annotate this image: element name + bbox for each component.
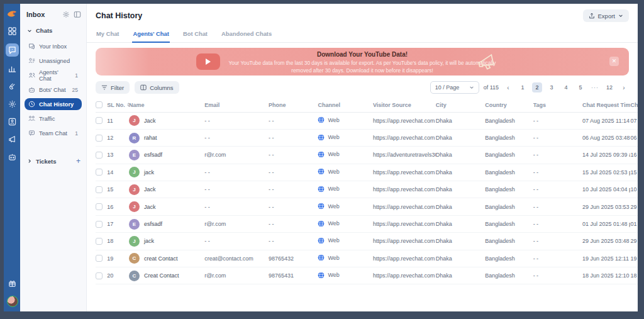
tickets-section-toggle[interactable]: Tickets +: [27, 157, 80, 165]
collapse-panel-icon[interactable]: [73, 10, 81, 18]
web-globe-icon: [318, 134, 325, 141]
tab-my-chat[interactable]: My Chat: [96, 28, 119, 42]
inbox-chat-icon: [28, 43, 35, 50]
add-ticket-button[interactable]: +: [76, 157, 80, 165]
sidebar-item-your-inbox[interactable]: Your Inbox: [25, 40, 82, 52]
prev-page-button[interactable]: ‹: [503, 82, 513, 92]
row-checkbox[interactable]: [96, 272, 103, 279]
next-page-button[interactable]: ›: [619, 82, 629, 92]
history-clock-icon: [28, 101, 35, 108]
banner-title: Download Your YouTube Data!: [96, 51, 629, 58]
web-globe-icon: [318, 116, 325, 123]
settings-icon[interactable]: [7, 99, 18, 109]
page-number[interactable]: 12: [604, 82, 614, 92]
avatar: C: [129, 253, 140, 264]
pagination: 10 / Page of 115 ‹ 1 2 3 4 5 ···: [430, 81, 629, 94]
chats-section-toggle[interactable]: Chats: [27, 27, 82, 34]
avatar: C: [129, 271, 140, 281]
agents-icon: [28, 72, 35, 79]
campaigns-icon[interactable]: [7, 134, 18, 145]
icon-rail: [4, 4, 20, 311]
avatar: J: [129, 201, 140, 212]
page-number[interactable]: 4: [561, 82, 571, 92]
avatar: J: [129, 115, 140, 126]
page-total-label: of 115: [484, 84, 499, 91]
avatar: E: [129, 150, 140, 160]
filter-button[interactable]: Filter: [96, 81, 130, 94]
chevron-right-icon: [27, 159, 32, 164]
web-globe-icon: [318, 186, 325, 193]
avatar: E: [129, 219, 140, 230]
avatar: J: [129, 236, 140, 247]
sidebar-item-traffic[interactable]: Traffic: [25, 113, 82, 125]
tab-abandoned-chats[interactable]: Abandoned Chats: [221, 28, 272, 42]
table-row[interactable]: 19 Ccreat Contact creat@contact.com 9876…: [96, 250, 638, 267]
table-row[interactable]: 17 Eesfsadf r@r.com - - Web https://app.…: [96, 215, 638, 232]
integrations-icon[interactable]: [7, 81, 18, 92]
sidebar-item-agents-chat[interactable]: Agents' Chat 1: [25, 69, 82, 81]
web-globe-icon: [318, 151, 325, 158]
columns-icon: [140, 84, 147, 91]
page-number[interactable]: ···: [590, 82, 600, 92]
avatar: J: [129, 184, 140, 195]
chevron-down-icon: [469, 85, 474, 90]
web-globe-icon: [318, 220, 325, 227]
select-all-checkbox[interactable]: [96, 101, 103, 108]
contacts-icon[interactable]: [7, 116, 18, 127]
table-row[interactable]: 18 Jjack - - - - Web https://app.revecha…: [96, 233, 638, 250]
sidebar-item-team-chat[interactable]: Team Chat 1: [25, 127, 82, 139]
youtube-data-banner: Download Your YouTube Data! Your YouTube…: [96, 48, 629, 76]
app-logo: [7, 8, 18, 19]
row-checkbox[interactable]: [96, 238, 103, 245]
row-checkbox[interactable]: [96, 255, 103, 262]
web-globe-icon: [318, 254, 325, 261]
table-row[interactable]: 20 CCreat Contact r@r.com 98765431 Web h…: [96, 267, 638, 284]
sidebar-item-bots-chat[interactable]: Bots' Chat 25: [25, 84, 82, 96]
page-number[interactable]: 1: [518, 82, 528, 92]
tab-agents-chat[interactable]: Agents' Chat: [132, 28, 169, 43]
chat-icon[interactable]: [6, 43, 19, 57]
table-row[interactable]: 15 JJack - - - - Web https://app.revecha…: [96, 181, 638, 198]
row-checkbox[interactable]: [96, 186, 103, 193]
export-button[interactable]: Export: [583, 9, 629, 22]
table-header-row: SL No. Name Email Phone Channel Visitor …: [96, 98, 638, 112]
row-checkbox[interactable]: [96, 221, 103, 228]
settings-gear-icon[interactable]: [62, 10, 70, 18]
table-row[interactable]: 12 Rrahat - - - - Web https://app.revech…: [96, 129, 638, 146]
page-size-select[interactable]: 10 / Page: [430, 81, 479, 94]
tab-bot-chat[interactable]: Bot Chat: [182, 28, 208, 42]
page-number[interactable]: 2: [532, 82, 542, 92]
user-avatar[interactable]: [7, 296, 18, 306]
chats-section-label: Chats: [36, 27, 52, 34]
table-row[interactable]: 14 Jjack - - - - Web https://app.revecha…: [96, 164, 638, 181]
sidebar-item-chat-history[interactable]: Chat History: [25, 98, 82, 110]
row-checkbox[interactable]: [96, 203, 103, 210]
main-content: Chat History Export My Chat Agents' Chat…: [87, 4, 638, 311]
chevron-down-icon: [27, 28, 32, 33]
table-row[interactable]: 13 Eesfsadf r@r.com - - Web https://adve…: [96, 147, 638, 164]
table-toolbar: Filter Columns 10 / Page of 115 ‹ 1 2: [87, 76, 638, 98]
banner-close-button[interactable]: ✕: [609, 57, 619, 66]
chevron-down-icon: [618, 13, 623, 18]
gift-icon[interactable]: [7, 278, 18, 289]
avatar: J: [129, 167, 140, 177]
row-checkbox[interactable]: [96, 135, 103, 142]
row-checkbox[interactable]: [96, 152, 103, 159]
bot-icon[interactable]: [7, 152, 18, 162]
page-number[interactable]: 5: [575, 82, 586, 92]
tickets-section-label: Tickets: [36, 158, 57, 165]
table-row[interactable]: 16 JJack - - - - Web https://app.revecha…: [96, 198, 638, 215]
dashboard-icon[interactable]: [7, 26, 18, 36]
sidebar-item-unassigned[interactable]: Unassigned: [25, 55, 82, 67]
table-row[interactable]: 11 JJack - - - - Web https://app.revecha…: [96, 112, 638, 129]
avatar: R: [129, 133, 140, 143]
chat-history-table: SL No. Name Email Phone Channel Visitor …: [87, 98, 638, 284]
columns-button[interactable]: Columns: [135, 81, 179, 94]
row-checkbox[interactable]: [96, 117, 103, 124]
row-checkbox[interactable]: [96, 169, 103, 176]
analytics-icon[interactable]: [7, 64, 18, 74]
export-upload-icon: [589, 13, 595, 19]
page-number[interactable]: 3: [547, 82, 557, 92]
team-chat-icon: [28, 130, 35, 137]
megaphone-icon: [474, 48, 502, 76]
